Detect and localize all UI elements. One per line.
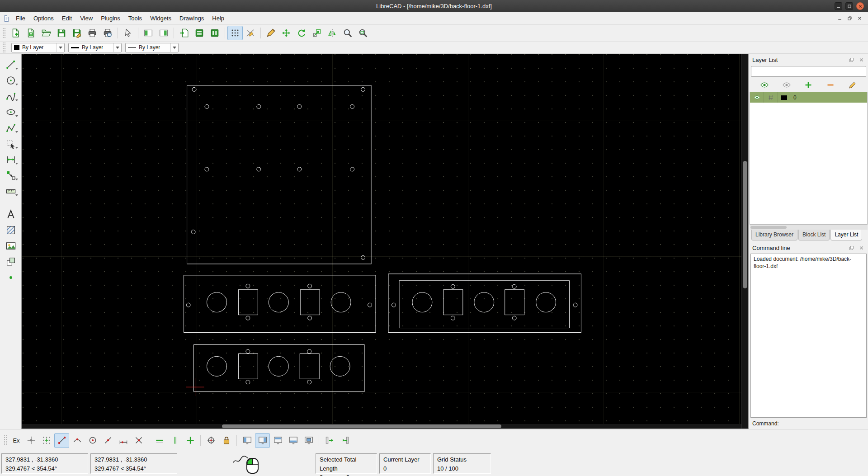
menu-options[interactable]: Options (29, 13, 58, 24)
cad-pilot-hole[interactable] (512, 284, 516, 288)
snap-grid-button[interactable] (39, 433, 54, 448)
order-tool[interactable] (2, 254, 19, 269)
new-from-template-button[interactable] (23, 26, 38, 40)
cad-pilot-hole[interactable] (573, 303, 577, 307)
modify-tool[interactable] (2, 167, 19, 183)
move-copy-button[interactable] (278, 26, 294, 40)
restrict-vertical-button[interactable] (167, 433, 182, 448)
layer-construction-icon[interactable] (764, 92, 778, 103)
open-drawing-button[interactable] (38, 26, 54, 40)
cad-pilot-hole[interactable] (451, 316, 455, 320)
mdi-minimize-button[interactable] (836, 14, 844, 22)
cad-slot[interactable] (238, 290, 258, 315)
mirror-button[interactable] (325, 26, 340, 40)
cad-pilot-hole[interactable] (512, 316, 516, 320)
snap-free-button[interactable] (24, 433, 38, 448)
mdi-restore-button[interactable] (846, 14, 854, 22)
cad-hole[interactable] (269, 356, 288, 376)
canvas-vertical-scrollbar[interactable] (741, 54, 748, 429)
line-tool[interactable] (2, 57, 19, 72)
set-relative-zero-button[interactable] (203, 433, 218, 448)
cad-pilot-hole[interactable] (307, 380, 311, 384)
modify-layer-button[interactable] (846, 79, 859, 91)
pen-color-select[interactable]: By Layer (11, 43, 65, 52)
grid-toggle-button[interactable] (227, 26, 243, 40)
cad-pilot-hole[interactable] (246, 380, 250, 384)
exclusive-snap-button[interactable]: Ex (9, 433, 23, 448)
cad-hole[interactable] (412, 292, 432, 312)
save-button[interactable] (54, 26, 69, 40)
dock-area-floating-button[interactable] (301, 433, 316, 448)
cad-hole[interactable] (474, 292, 494, 312)
cad-slot[interactable] (505, 290, 524, 315)
cad-pilot-hole[interactable] (205, 104, 209, 108)
dock-panel-right-button[interactable] (156, 26, 171, 40)
pen-width-select[interactable]: By Layer (68, 43, 122, 52)
cad-pilot-hole[interactable] (350, 104, 354, 108)
cad-pilot-hole[interactable] (257, 167, 261, 171)
text-tool[interactable] (2, 206, 19, 222)
cad-hole[interactable] (330, 356, 350, 376)
ellipse-tool[interactable] (2, 104, 19, 120)
cad-pilot-hole[interactable] (451, 284, 455, 288)
layer-filter-input[interactable] (751, 66, 866, 77)
titlebar[interactable]: LibreCAD - [/home/mike/3D/back-floor-1.d… (0, 0, 868, 12)
snap-center-button[interactable] (85, 433, 100, 448)
cad-slot[interactable] (443, 290, 463, 315)
menu-help[interactable]: Help (208, 13, 228, 24)
cad-hole[interactable] (269, 292, 288, 312)
cad-hole[interactable] (207, 356, 226, 376)
curve-tool[interactable] (2, 88, 19, 104)
cad-hole[interactable] (207, 292, 226, 312)
selection-pointer-button[interactable] (120, 26, 136, 40)
maximize-button[interactable] (845, 2, 853, 10)
minimize-button[interactable] (835, 2, 842, 10)
image-tool[interactable] (2, 238, 19, 254)
cad-pilot-hole[interactable] (297, 167, 302, 171)
save-as-button[interactable] (69, 26, 85, 40)
close-command-panel-button[interactable] (858, 245, 865, 251)
close-layer-panel-button[interactable] (858, 57, 865, 63)
cad-pilot-hole[interactable] (308, 316, 312, 320)
snap-distance-button[interactable] (116, 433, 131, 448)
pen-edit-button[interactable] (263, 26, 278, 40)
cad-pilot-hole[interactable] (361, 87, 365, 91)
cad-pilot-hole[interactable] (186, 303, 190, 307)
zoom-window-button[interactable] (355, 26, 371, 40)
canvas-horizontal-scrollbar[interactable] (22, 424, 741, 429)
cad-rectangle[interactable] (187, 85, 371, 264)
hatch-tool[interactable] (2, 222, 19, 238)
close-button[interactable] (856, 2, 864, 10)
layer-list-scrollbar[interactable] (750, 225, 868, 230)
menu-drawings[interactable]: Drawings (175, 13, 208, 24)
block-list-button[interactable] (207, 26, 222, 40)
cad-pilot-hole[interactable] (308, 284, 312, 288)
command-input[interactable] (781, 420, 865, 427)
show-right-sidebar-button[interactable] (337, 433, 352, 448)
dock-area-bottom-button[interactable] (286, 433, 301, 448)
menu-view[interactable]: View (76, 13, 97, 24)
layer-color-cell[interactable] (778, 92, 790, 103)
undock-layer-panel-button[interactable] (848, 57, 855, 63)
pen-linetype-select[interactable]: By Layer (125, 43, 179, 52)
drawing-canvas[interactable] (22, 54, 741, 429)
layer-row[interactable]: 0 (750, 92, 867, 103)
cad-pilot-hole[interactable] (350, 167, 354, 171)
show-all-layers-button[interactable] (758, 79, 771, 91)
command-history[interactable]: Loaded document: /home/mike/3D/back-floo… (750, 254, 867, 418)
dock-panel-left-button[interactable] (141, 26, 156, 40)
cad-pilot-hole[interactable] (257, 104, 261, 108)
select-tool[interactable] (2, 136, 19, 151)
dock-area-top-button[interactable] (270, 433, 285, 448)
print-preview-button[interactable] (100, 26, 115, 40)
mdi-close-button[interactable] (856, 14, 863, 22)
dock-area-right-button[interactable] (255, 433, 270, 448)
restrict-orthogonal-button[interactable] (183, 433, 198, 448)
cad-rectangle[interactable] (194, 344, 365, 391)
info-tool[interactable] (2, 183, 19, 199)
print-button[interactable] (85, 26, 100, 40)
restrict-horizontal-button[interactable] (152, 433, 167, 448)
snap-endpoint-button[interactable] (54, 433, 69, 448)
cad-rectangle[interactable] (388, 274, 581, 333)
snap-middle-button[interactable] (100, 433, 115, 448)
